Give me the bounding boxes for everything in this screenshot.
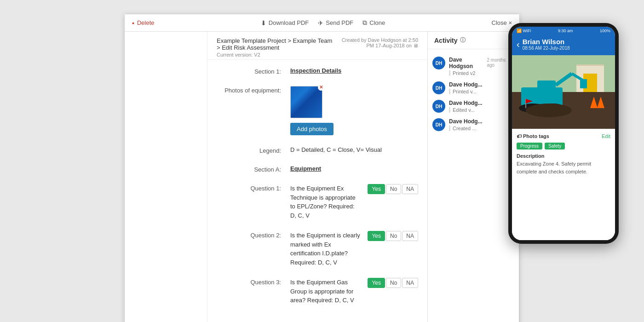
q1-na-button[interactable]: NA [402, 184, 418, 194]
clone-icon: ⧉ [362, 19, 367, 27]
q1-no-button[interactable]: No [386, 184, 401, 194]
breadcrumb: Example Template Project > Example Team … [217, 37, 334, 51]
phone-photo [512, 55, 615, 129]
q3-label: Question 3: [217, 278, 290, 286]
delete-label: Delete [137, 19, 155, 26]
activity-desc: Printed v... [449, 89, 514, 94]
photo-tags-row: 🏷 Photo tags Edit [517, 133, 610, 139]
phone-battery: 100% [600, 29, 610, 33]
avatar: DH [432, 100, 445, 113]
download-icon: ⬇ [261, 19, 266, 27]
version-text: Current version: V2 [217, 52, 334, 58]
edit-link[interactable]: Edit [602, 133, 610, 139]
q2-answers: Yes No NA [368, 231, 418, 241]
toolbar: ▪ Delete ⬇ Download PDF ✈ Send PDF ⧉ Clo… [125, 14, 519, 32]
avatar: DH [432, 57, 445, 69]
svg-point-14 [526, 104, 572, 117]
avatar: DH [432, 81, 445, 94]
tag-safety: Safety [545, 143, 565, 150]
main-form-container: ▪ Delete ⬇ Download PDF ✈ Send PDF ⧉ Clo… [124, 14, 520, 322]
activity-items: DH Dave Hodgson 2 months ago Printed v2 [428, 49, 519, 322]
phone-time: 9:30 am [558, 29, 573, 33]
left-sidebar [125, 32, 207, 322]
delete-button[interactable]: ▪ Delete [132, 19, 155, 27]
tag-chips: Progress Safety [517, 143, 610, 150]
q3-text: Is the Equipment Gas Group is appropriat… [290, 278, 360, 305]
description-section: Description Excavating Zone 4. Safety pe… [517, 153, 610, 175]
activity-info: Dave Hodg... Edited v... [449, 100, 514, 113]
section1-row: Section 1: Inspection Details [217, 67, 418, 75]
activity-desc: Printed v2 [449, 70, 514, 76]
phone-screen: 📶 WiFi 9:30 am 100% ‹ Brian Wilson 08:56… [512, 27, 615, 240]
phone-signal-icon: 📶 WiFi [517, 29, 531, 33]
tag-progress: Progress [517, 143, 542, 150]
section-a-row: Section A: Equipment [217, 165, 418, 173]
q2-content: Is the Equipment is clearly marked with … [290, 231, 418, 267]
q2-na-button[interactable]: NA [402, 231, 418, 241]
q3-content: Is the Equipment Gas Group is appropriat… [290, 278, 418, 305]
activity-item: DH Dave Hodgson 2 months ago Printed v2 [428, 54, 519, 79]
q1-text: Is the Equipment Ex Technique is appropr… [290, 184, 360, 220]
q3-na-button[interactable]: NA [402, 278, 418, 288]
activity-panel: Activity ⓘ DH Dave Hodgson 2 months ago [427, 32, 519, 322]
content-area: Example Template Project > Example Team … [207, 32, 427, 322]
activity-name: Dave Hodgson [449, 57, 487, 69]
q1-answers: Yes No NA [368, 184, 418, 194]
activity-name: Dave Hodg... [449, 81, 483, 88]
activity-item: DH Dave Hodg... Printed v... [428, 79, 519, 97]
activity-info: Dave Hodgson 2 months ago Printed v2 [449, 57, 514, 76]
photo-delete-button[interactable]: ✕ [318, 84, 324, 91]
q2-yes-button[interactable]: Yes [368, 231, 385, 241]
phone-overlay: 📶 WiFi 9:30 am 100% ‹ Brian Wilson 08:56… [508, 23, 619, 244]
question3-row: Question 3: Is the Equipment Gas Group i… [217, 278, 418, 305]
photos-row: Photos of equipment: ✕ Add photos [217, 86, 418, 135]
phone-status-bar: 📶 WiFi 9:30 am 100% [512, 27, 615, 35]
activity-info: Dave Hodg... Created ... [449, 118, 514, 131]
photo-thumbnail [290, 86, 322, 118]
activity-info: Dave Hodg... Printed v... [449, 81, 514, 94]
activity-name: Dave Hodg... [449, 100, 483, 106]
q3-yes-button[interactable]: Yes [368, 278, 385, 288]
phone-header: ‹ Brian Wilson 08:56 AM 22-July-2018 [512, 35, 615, 55]
breadcrumb-bar: Example Template Project > Example Team … [207, 32, 427, 60]
section1-label: Section 1: [217, 67, 290, 75]
activity-header: Activity ⓘ [428, 32, 519, 49]
description-label: Description [517, 153, 610, 159]
activity-item: DH Dave Hodg... Created ... [428, 115, 519, 134]
photo-container: ✕ [290, 86, 322, 118]
created-info: Created by Dave Hodgson at 2:50 PM 17-Au… [334, 37, 418, 48]
activity-info-icon[interactable]: ⓘ [460, 36, 466, 44]
excavator-scene [512, 55, 615, 129]
form-body: Section 1: Inspection Details Photos of … [207, 60, 427, 322]
activity-name: Dave Hodg... [449, 118, 483, 125]
q2-text: Is the Equipment is clearly marked with … [290, 231, 360, 267]
send-pdf-button[interactable]: ✈ Send PDF [318, 19, 353, 27]
toolbar-center: ⬇ Download PDF ✈ Send PDF ⧉ Clone [261, 19, 385, 27]
q1-yes-button[interactable]: Yes [368, 184, 385, 194]
photos-value: ✕ Add photos [290, 86, 418, 135]
q2-no-button[interactable]: No [386, 231, 401, 241]
download-pdf-button[interactable]: ⬇ Download PDF [261, 19, 309, 27]
body-wrapper: Example Template Project > Example Team … [125, 32, 519, 322]
question2-row: Question 2: Is the Equipment is clearly … [217, 231, 418, 267]
section1-value: Inspection Details [290, 67, 418, 74]
q1-label: Question 1: [217, 184, 290, 192]
q1-content: Is the Equipment Ex Technique is appropr… [290, 184, 418, 220]
close-button[interactable]: Close × [492, 19, 512, 26]
section-a-value: Equipment [290, 165, 418, 172]
clone-button[interactable]: ⧉ Clone [362, 19, 385, 27]
q2-label: Question 2: [217, 231, 290, 239]
activity-desc: Created ... [449, 126, 514, 131]
add-photos-button[interactable]: Add photos [290, 123, 334, 135]
legend-label: Legend: [217, 146, 290, 154]
phone-user-name: Brian Wilson [523, 38, 570, 46]
phone-user-time: 08:56 AM 22-July-2018 [523, 46, 570, 51]
q3-no-button[interactable]: No [386, 278, 401, 288]
phone-back-button[interactable]: ‹ [517, 39, 520, 50]
description-text: Excavating Zone 4. Safety permit complet… [517, 160, 610, 175]
activity-item: DH Dave Hodg... Edited v... [428, 97, 519, 115]
svg-rect-11 [580, 79, 587, 88]
avatar: DH [432, 118, 445, 131]
legend-row: Legend: D = Detailed, C = Close, V= Visu… [217, 146, 418, 154]
activity-title: Activity [434, 37, 458, 44]
